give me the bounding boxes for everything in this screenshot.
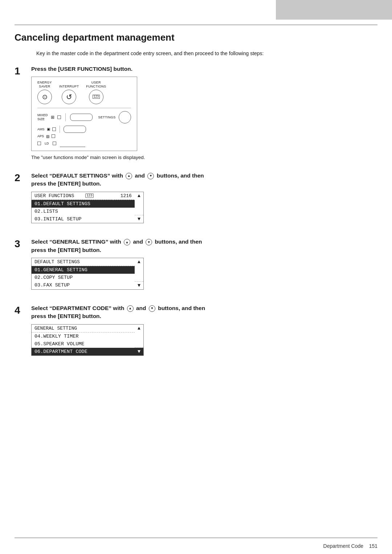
aps-checkbox xyxy=(52,134,55,138)
step-3-lcd: DEFAULT SETTINGS ▲ 01.GENERAL SETTING 02… xyxy=(31,258,144,290)
ams-rect-btn xyxy=(64,126,86,133)
lcd3-down-arrow: ▼ xyxy=(135,281,144,289)
ld-right-checkbox xyxy=(53,142,56,145)
lcd-row-2-text: 02.LISTS xyxy=(32,208,135,215)
step-1-number: 1 xyxy=(15,65,31,77)
lcd4-header: GENERAL SETTING ▲ xyxy=(32,324,144,332)
lcd-header: USER FUNCTIONS 123 1216 ▲ xyxy=(32,192,144,200)
lcd-row-3-text: 03.INITIAL SETUP xyxy=(32,215,135,223)
footer-text: Department Code 151 xyxy=(323,543,377,549)
interrupt-btn: ↺ xyxy=(62,90,76,104)
lcd-row-2: 02.LISTS xyxy=(32,208,144,215)
step-2-content: Select “DEFAULT SETTINGS” with ▲ and ▼ b… xyxy=(31,172,377,228)
lcd3-up-arrow: ▲ xyxy=(135,258,144,282)
step-3-title: Select “GENERAL SETTING” with ▲ and ▼ bu… xyxy=(31,238,377,254)
section-title: Canceling department management xyxy=(15,32,377,43)
lcd-header-right: 1216 xyxy=(113,192,135,200)
step-2: 2 Select “DEFAULT SETTINGS” with ▲ and ▼… xyxy=(15,172,377,228)
lcd-header-left: USER FUNCTIONS 123 xyxy=(32,192,113,200)
aps-icon: ▨ xyxy=(46,134,49,138)
lcd4-row-1-text: 04.WEEKLY TIMER xyxy=(32,332,135,340)
lcd3-row-2: 02.COPY SETUP xyxy=(32,274,144,281)
settings-btn xyxy=(119,111,131,123)
mixed-size-checkbox xyxy=(57,115,61,119)
lcd-row-1-text: 01.DEFAULT SETTINGS xyxy=(32,200,135,208)
down-arrow-icon-3: ▼ xyxy=(146,239,152,245)
ld-label: LD xyxy=(45,142,49,145)
bottom-rule xyxy=(15,538,377,538)
up-arrow-icon-3: ▲ xyxy=(124,239,130,245)
up-arrow-icon: ▲ xyxy=(126,173,132,179)
mixed-size-label: MIXEDSIZE xyxy=(37,113,48,121)
up-arrow-icon-4: ▲ xyxy=(127,305,134,312)
energy-saver-label: ENERGYSAVER xyxy=(37,81,52,89)
mixed-size-rect-btn xyxy=(70,114,93,121)
down-arrow-icon: ▼ xyxy=(147,173,154,179)
step-2-title: Select “DEFAULT SETTINGS” with ▲ and ▼ b… xyxy=(31,172,377,188)
lcd4-row-2: 05.SPEAKER VOLUME xyxy=(32,340,144,348)
user-functions-btn: 123 xyxy=(89,90,103,104)
step-2-lcd: USER FUNCTIONS 123 1216 ▲ 01.DEFAULT SET… xyxy=(31,192,144,224)
energy-saver-btn: ⊙ xyxy=(37,90,52,104)
top-bar xyxy=(276,0,392,20)
down-arrow-icon-4: ▼ xyxy=(149,305,155,312)
step-1-content: Press the [USER FUNCTIONS] button. ENERG… xyxy=(31,65,377,162)
step-1-title: Press the [USER FUNCTIONS] button. xyxy=(31,65,377,73)
lcd3-row-2-text: 02.COPY SETUP xyxy=(32,274,135,281)
lcd3-row-3: 03.FAX SETUP ▼ xyxy=(32,281,144,289)
step-4-number: 4 xyxy=(15,304,31,316)
lcd3-row-3-text: 03.FAX SETUP xyxy=(32,281,135,289)
lcd4-header-left: GENERAL SETTING xyxy=(32,324,135,332)
top-rule xyxy=(15,25,377,25)
interrupt-label: INTERRUPT xyxy=(59,85,79,89)
lcd-down-arrow: ▼ xyxy=(135,215,144,223)
ams-icon: ▣ xyxy=(47,127,50,131)
main-content: Canceling department management Key in t… xyxy=(15,32,377,532)
step-1-note: The "user functions mode" main screen is… xyxy=(31,155,377,160)
user-functions-label: USERFUNCTIONS xyxy=(86,81,106,89)
step-3-number: 3 xyxy=(15,238,31,250)
lcd4-row-3: 06.DEPARTMENT CODE ▼ xyxy=(32,348,144,356)
lcd-row-1: 01.DEFAULT SETTINGS xyxy=(32,200,144,208)
step-4-content: Select “DEPARTMENT CODE” with ▲ and ▼ bu… xyxy=(31,304,377,361)
step-4: 4 Select “DEPARTMENT CODE” with ▲ and ▼ … xyxy=(15,304,377,361)
step-4-title: Select “DEPARTMENT CODE” with ▲ and ▼ bu… xyxy=(31,304,377,321)
step-4-lcd: GENERAL SETTING ▲ 04.WEEKLY TIMER 05.SPE… xyxy=(31,324,144,356)
lcd4-row-3-text: 06.DEPARTMENT CODE xyxy=(32,348,135,356)
mixed-size-icon: ⊞ xyxy=(51,115,54,120)
lcd-up-arrow: ▲ xyxy=(135,192,144,215)
intro-text: Key in the master code in the department… xyxy=(36,50,377,58)
aps-label: APS xyxy=(37,134,44,138)
lcd3-header: DEFAULT SETTINGS ▲ xyxy=(32,258,144,266)
lcd-badge: 123 xyxy=(85,194,93,198)
lcd3-row-1: 01.GENERAL SETTING xyxy=(32,266,144,274)
lcd-row-3: 03.INITIAL SETUP ▼ xyxy=(32,215,144,223)
ams-checkbox xyxy=(52,127,56,131)
step-1: 1 Press the [USER FUNCTIONS] button. ENE… xyxy=(15,65,377,162)
lcd3-header-left: DEFAULT SETTINGS xyxy=(32,258,135,266)
step-3-content: Select “GENERAL SETTING” with ▲ and ▼ bu… xyxy=(31,238,377,294)
footer: Department Code 151 xyxy=(15,543,377,549)
settings-label: SETTINGS xyxy=(98,115,116,119)
step-3: 3 Select “GENERAL SETTING” with ▲ and ▼ … xyxy=(15,238,377,294)
ld-line xyxy=(60,140,85,147)
lcd3-row-1-text: 01.GENERAL SETTING xyxy=(32,266,135,274)
lcd4-down-arrow: ▼ xyxy=(135,348,144,356)
step-2-number: 2 xyxy=(15,172,31,184)
lcd4-row-1: 04.WEEKLY TIMER xyxy=(32,332,144,340)
lcd4-row-2-text: 05.SPEAKER VOLUME xyxy=(32,340,135,348)
ams-label: AMS xyxy=(37,127,45,131)
ld-left-checkbox xyxy=(37,142,41,145)
lcd4-up-arrow: ▲ xyxy=(135,324,144,348)
